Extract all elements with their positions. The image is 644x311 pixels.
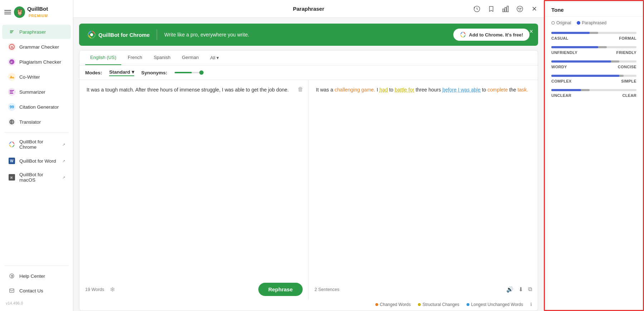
editor-toolbar: Modes: Standard ▾ Synonyms: [79, 65, 538, 80]
tone-track-unfriendly-friendly [551, 46, 636, 48]
tone-track-unclear-clear [551, 89, 636, 91]
left-panel-footer: 19 Words ❄ Rephrase [79, 279, 309, 300]
tone-right-concise: CONCISE [618, 65, 636, 69]
tone-right-friendly: FRIENDLY [616, 50, 636, 55]
legend-dot-changed [375, 303, 378, 306]
output-part-4: to [388, 87, 395, 93]
banner-cta-button[interactable]: Add to Chrome. It's free! [453, 29, 530, 41]
tone-paraphrased-complex-simple [551, 75, 619, 77]
sidebar-item-grammar[interactable]: G Grammar Checker [2, 40, 71, 54]
logo-quillbot-text: QuillBot [27, 6, 48, 12]
sidebar-item-translator[interactable]: Translator [2, 115, 71, 129]
legend-changed-label: Changed Words [380, 302, 411, 307]
download-icon[interactable]: ⬇ [518, 286, 523, 293]
sidebar-item-help[interactable]: ? Help Center [2, 269, 71, 283]
original-radio-icon [551, 21, 555, 25]
sidebar-item-chrome[interactable]: QuillBot for Chrome ↗ [2, 136, 71, 153]
sidebar-item-citation[interactable]: 99 Citation Generator [2, 100, 71, 114]
sidebar-item-mac[interactable]: ⌘ QuillBot for macOS ↗ [2, 169, 71, 186]
sidebar-item-contact[interactable]: Contact Us [2, 283, 71, 298]
cowriter-label: Co-Writer [19, 74, 40, 80]
delete-icon[interactable]: 🗑 [298, 84, 303, 94]
lang-tab-all[interactable]: All ▾ [205, 51, 224, 65]
sidebar-item-summarizer[interactable]: Summarizer [2, 85, 71, 99]
banner-cta-text: Add to Chrome. It's free! [469, 32, 523, 38]
slider-track [175, 72, 203, 73]
nav-divider-1 [4, 132, 69, 133]
svg-text:G: G [11, 45, 13, 49]
mac-external-icon: ↗ [62, 176, 65, 179]
rephrase-button[interactable]: Rephrase [258, 283, 303, 296]
tone-track-wordy-concise [551, 60, 636, 63]
input-panel[interactable]: 🗑 It was a tough match. After three hour… [79, 80, 309, 279]
grammar-icon: G [8, 43, 16, 51]
summarizer-icon [8, 88, 16, 96]
cowriter-icon [8, 73, 16, 81]
tone-left-wordy: WORDY [551, 65, 567, 69]
hamburger-menu[interactable] [4, 9, 11, 16]
summarizer-label: Summarizer [19, 89, 45, 95]
legend-dot-structural [418, 303, 421, 306]
svg-rect-19 [505, 8, 506, 12]
synonyms-label: Synonyms: [141, 70, 167, 75]
snowflake-icon[interactable]: ❄ [110, 286, 115, 293]
banner-close-button[interactable]: × [529, 28, 533, 35]
banner-logo: QuillBot for Chrome [88, 31, 150, 39]
tone-right-simple: SIMPLE [621, 79, 636, 83]
sidebar-bottom: ? Help Center Contact Us v14.496.0 [0, 263, 73, 308]
lang-tab-german[interactable]: German [177, 50, 204, 65]
chart-icon[interactable] [502, 5, 509, 13]
tone-labels-wordy-concise: WORDY CONCISE [551, 65, 636, 69]
sidebar-item-cowriter[interactable]: Co-Writer [2, 70, 71, 84]
close-button[interactable]: ✕ [530, 5, 538, 13]
legend: Changed Words Structural Changes Longest… [79, 300, 538, 311]
history-icon[interactable] [473, 5, 481, 13]
copy-icon[interactable]: ⧉ [528, 286, 532, 293]
main-content: Paraphraser ✕ QuillBot for Chrome [73, 0, 544, 311]
paraphrased-legend-label: Paraphrased [582, 20, 606, 25]
grammar-label: Grammar Checker [19, 44, 59, 50]
tone-legend-original: Original [551, 20, 571, 25]
speaker-icon[interactable]: 🔊 [506, 286, 513, 293]
bookmark-icon[interactable] [487, 5, 495, 13]
input-text[interactable]: It was a tough match. After three hours … [87, 86, 301, 94]
tone-left-complex: COMPLEX [551, 79, 572, 83]
paraphraser-label: Paraphraser [19, 29, 46, 35]
tone-labels-complex-simple: COMPLEX SIMPLE [551, 79, 636, 83]
output-part-6: three hours [414, 87, 443, 93]
mode-selector[interactable]: Standard ▾ [109, 69, 134, 76]
output-text: It was a challenging game. I had to batt… [316, 86, 531, 94]
legend-info-icon[interactable]: ℹ [530, 302, 532, 307]
help-label: Help Center [19, 273, 45, 279]
sidebar-item-word[interactable]: W QuillBot for Word ↗ [2, 154, 71, 168]
sidebar-item-plagiarism[interactable]: P Plagiarism Checker [2, 55, 71, 69]
input-text-content: It was a tough match. After three hours … [87, 87, 289, 93]
svg-rect-4 [10, 90, 14, 91]
slider-thumb[interactable] [199, 70, 204, 75]
output-changed-11: complete [487, 87, 508, 93]
chrome-banner: QuillBot for Chrome Write like a pro, ev… [79, 24, 538, 46]
output-part-10: to [480, 87, 487, 93]
lang-tab-spanish[interactable]: Spanish [148, 50, 175, 65]
synonyms-slider[interactable] [175, 72, 203, 73]
svg-point-23 [521, 8, 521, 9]
word-icon: W [8, 157, 16, 165]
tone-paraphrased-unfriendly-friendly [551, 46, 598, 48]
tone-right-clear: CLEAR [623, 93, 636, 98]
language-tabs: English (US) French Spanish German All ▾ [79, 50, 538, 65]
sidebar-item-paraphraser[interactable]: Paraphraser [2, 25, 71, 39]
slider-fill [175, 72, 192, 73]
legend-unchanged: Longest Unchanged Words [467, 302, 523, 307]
text-panels: 🗑 It was a tough match. After three hour… [79, 80, 538, 279]
citation-icon: 99 [8, 103, 16, 111]
lang-tab-english[interactable]: English (US) [85, 50, 121, 65]
lang-tab-french[interactable]: French [123, 50, 147, 65]
output-changed-13: task. [518, 87, 528, 93]
emoji-icon[interactable] [516, 5, 524, 13]
tone-legend: Original Paraphrased [545, 17, 643, 29]
svg-point-25 [90, 33, 93, 36]
plagiarism-icon: P [8, 58, 16, 66]
output-part-12: the [508, 87, 517, 93]
tone-bar-complex-simple: COMPLEX SIMPLE [551, 75, 636, 83]
output-structural-3: had [379, 87, 387, 93]
